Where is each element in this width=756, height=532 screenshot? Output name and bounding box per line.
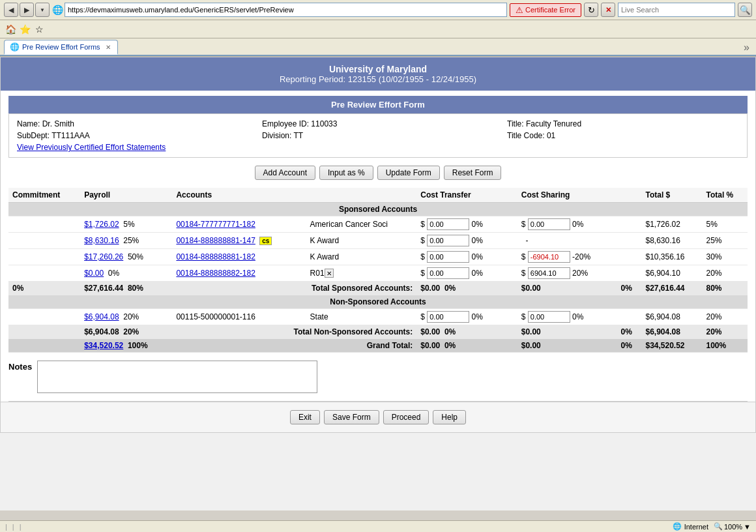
row3-account: 00184-888888881-182 bbox=[172, 249, 306, 265]
tab-icon: 🌐 bbox=[10, 42, 20, 52]
ns-total-pct: 20% bbox=[703, 325, 748, 339]
col-total-pct: Total % bbox=[703, 188, 748, 203]
row1-description: American Cancer Soci bbox=[306, 216, 417, 233]
row2-description: K Award bbox=[306, 233, 417, 249]
row1-account: 00184-777777771-182 bbox=[172, 216, 306, 233]
action-buttons-row: Add Account Input as % Update Form Reset… bbox=[1, 158, 755, 188]
ns-row1-account: 00115-500000001-116 bbox=[172, 309, 306, 325]
gt-label: Grand Total: bbox=[172, 339, 416, 353]
sp-total-cs-pct: 0% bbox=[617, 282, 642, 295]
name-label: Name: Dr. Smith bbox=[17, 119, 74, 128]
save-form-button[interactable]: Save Form bbox=[324, 410, 379, 424]
row1-account-link[interactable]: 00184-777777771-182 bbox=[176, 220, 255, 229]
bottom-buttons-row: Exit Save Form Proceed Help bbox=[1, 402, 755, 432]
tab-label: Pre Review Effort Forms bbox=[22, 43, 100, 51]
search-button[interactable]: 🔍 bbox=[738, 3, 752, 17]
input-as-pct-button[interactable]: Input as % bbox=[319, 166, 373, 180]
tab-close-icon[interactable]: ✕ bbox=[106, 44, 111, 51]
cert-error-icon: ⚠ bbox=[516, 5, 523, 15]
favorites-icon[interactable]: ⭐ bbox=[18, 23, 31, 36]
ns-row1-cs-input[interactable] bbox=[528, 311, 570, 323]
row3-commitment bbox=[8, 249, 80, 265]
header-subtitle: Reporting Period: 123155 (10/02/1955 - 1… bbox=[7, 74, 749, 84]
non-sponsored-total-row: $6,904.08 20% Total Non-Sponsored Accoun… bbox=[8, 325, 748, 339]
gt-cs: $0.00 bbox=[517, 339, 617, 353]
employee-id-label: Employee ID: 110033 bbox=[262, 119, 337, 128]
title-label: Title: Faculty Tenured bbox=[507, 119, 581, 128]
sponsored-total-row: 0% $27,616.44 80% Total Sponsored Accoun… bbox=[8, 282, 748, 295]
sp-total-payroll: $27,616.44 80% bbox=[80, 282, 172, 295]
page-header: University of Maryland Reporting Period:… bbox=[1, 57, 755, 91]
col-cost-transfer: Cost Transfer bbox=[416, 188, 517, 203]
ns-total-ct: $0.00 0% bbox=[416, 325, 507, 339]
sp-total-dollar: $27,616.44 bbox=[641, 282, 702, 295]
zone-label: Internet bbox=[684, 523, 708, 531]
update-form-button[interactable]: Update Form bbox=[377, 166, 440, 180]
row2-ct-input[interactable] bbox=[427, 235, 469, 246]
gt-payroll-link[interactable]: $34,520.52 bbox=[84, 341, 123, 350]
add-account-button[interactable]: Add Account bbox=[255, 166, 315, 180]
address-input[interactable] bbox=[65, 3, 507, 17]
home-icon[interactable]: 🏠 bbox=[4, 23, 17, 36]
row1-total-dollar: $1,726.02 bbox=[641, 216, 702, 233]
row4-description: R01✕ bbox=[306, 265, 417, 282]
row2-account-link[interactable]: 00184-888888881-147 bbox=[176, 236, 255, 245]
search-input[interactable] bbox=[618, 3, 735, 17]
dropdown-button[interactable]: ▼ bbox=[35, 3, 50, 17]
refresh-button[interactable]: ↻ bbox=[584, 3, 598, 17]
effort-table: Commitment Payroll Accounts Cost Transfe… bbox=[8, 188, 748, 353]
row4-ct-input[interactable] bbox=[427, 267, 469, 279]
row3-description: K Award bbox=[306, 249, 417, 265]
cert-error-button[interactable]: ⚠ Certificate Error bbox=[510, 3, 581, 17]
ns-row1-cs: $ 0% bbox=[517, 309, 617, 325]
row4-ct: $ 0% bbox=[416, 265, 507, 282]
proceed-button[interactable]: Proceed bbox=[383, 410, 429, 424]
ns-row1-description: State bbox=[306, 309, 417, 325]
header-title: University of Maryland bbox=[7, 64, 749, 74]
division-label: Division: TT bbox=[262, 131, 303, 140]
notes-textarea[interactable] bbox=[37, 361, 317, 393]
ns-row1-commitment bbox=[8, 309, 80, 325]
stop-button[interactable]: ✕ bbox=[601, 3, 615, 17]
zoom-control[interactable]: 🔍 100% ▼ bbox=[714, 522, 751, 531]
ns-row1-ct: $ 0% bbox=[416, 309, 507, 325]
view-certified-link[interactable]: View Previously Certified Effort Stateme… bbox=[17, 143, 166, 152]
gt-cs-pct: 0% bbox=[617, 339, 642, 353]
forward-button[interactable]: ▶ bbox=[20, 3, 34, 17]
non-sponsored-section-row: Non-Sponsored Accounts bbox=[8, 295, 748, 309]
row4-payroll-link[interactable]: $0.00 bbox=[84, 269, 104, 278]
add-favorites-icon[interactable]: ☆ bbox=[33, 23, 46, 36]
table-row: $8,630.16 25% 00184-888888881-147 cs K A… bbox=[8, 233, 748, 249]
row1-ct-input[interactable] bbox=[427, 218, 469, 230]
more-tabs-button[interactable]: » bbox=[741, 40, 752, 55]
gt-payroll: $34,520.52 100% bbox=[80, 339, 172, 353]
exit-button[interactable]: Exit bbox=[290, 410, 320, 424]
row2-payroll-link[interactable]: $8,630.16 bbox=[84, 236, 119, 245]
reset-form-button[interactable]: Reset Form bbox=[444, 166, 502, 180]
row4-cs-input[interactable] bbox=[528, 267, 570, 279]
row1-cs-input[interactable] bbox=[528, 218, 570, 230]
row4-cs: $ 20% bbox=[517, 265, 617, 282]
status-left: | | | bbox=[5, 523, 22, 531]
row4-account-link[interactable]: 00184-888888882-182 bbox=[176, 269, 255, 278]
non-sponsored-label: Non-Sponsored Accounts bbox=[8, 295, 748, 309]
x-icon[interactable]: ✕ bbox=[325, 269, 334, 278]
row3-cs-input[interactable] bbox=[528, 251, 570, 263]
row1-total-pct: 5% bbox=[703, 216, 748, 233]
row3-payroll-link[interactable]: $17,260.26 bbox=[84, 252, 123, 261]
col-commitment: Commitment bbox=[8, 188, 80, 203]
zoom-dropdown-icon[interactable]: ▼ bbox=[744, 523, 751, 531]
ns-row1-total-pct: 20% bbox=[703, 309, 748, 325]
zoom-icon: 🔍 bbox=[714, 522, 723, 531]
ns-row1-ct-input[interactable] bbox=[427, 311, 469, 323]
cs-badge: cs bbox=[259, 237, 272, 245]
row3-ct-input[interactable] bbox=[427, 251, 469, 263]
current-tab[interactable]: 🌐 Pre Review Effort Forms ✕ bbox=[4, 40, 118, 55]
row1-payroll-link[interactable]: $1,726.02 bbox=[84, 220, 119, 229]
help-button[interactable]: Help bbox=[433, 410, 466, 424]
row3-account-link[interactable]: 00184-888888881-182 bbox=[176, 252, 255, 261]
subdept-label: SubDept: TT111AAA bbox=[17, 131, 90, 140]
back-button[interactable]: ◀ bbox=[4, 3, 18, 17]
ns-row1-payroll-link[interactable]: $6,904.08 bbox=[84, 312, 119, 321]
ns-total-payroll: $6,904.08 20% bbox=[80, 325, 172, 339]
